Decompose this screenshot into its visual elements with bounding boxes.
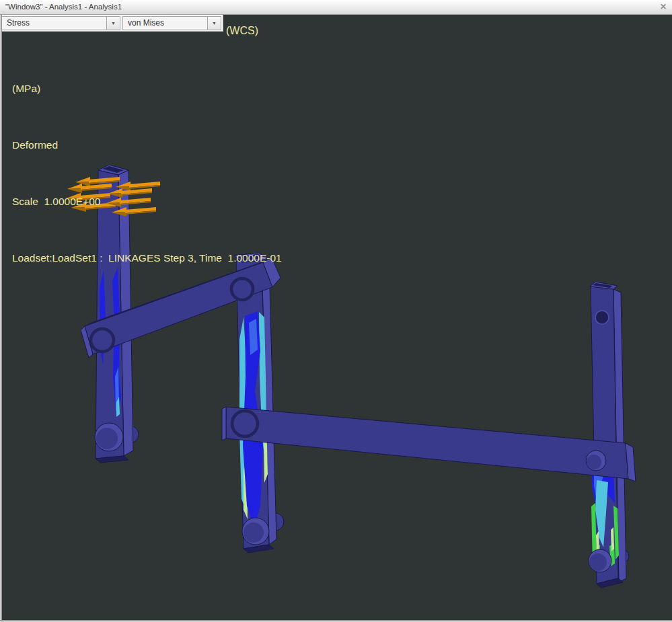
legend-scale: Scale 1.0000E+00 xyxy=(12,192,282,211)
bar4-pin-inner xyxy=(587,455,601,469)
component-dropdown[interactable]: von Mises ▼ xyxy=(122,16,221,30)
bar1-pin-inner xyxy=(96,428,118,449)
horizontal-link xyxy=(222,407,636,481)
bar4-end-cap-left xyxy=(222,407,226,440)
bar5-pin-inner xyxy=(589,553,607,571)
wcs-label: (WCS) xyxy=(226,25,258,37)
bar3-pin-inner xyxy=(244,522,264,543)
bar3-stress-midblue xyxy=(249,319,258,355)
result-type-dropdown[interactable]: Stress ▼ xyxy=(1,16,120,30)
result-legend: (MPa) Deformed Scale 1.0000E+00 Loadset:… xyxy=(12,42,282,305)
legend-mode: Deformed xyxy=(12,136,282,155)
bar4-front-face xyxy=(226,407,628,479)
result-toolbar: Stress ▼ von Mises ▼ xyxy=(0,15,223,32)
legend-units: (MPa) xyxy=(12,79,282,98)
legend-loadset: Loadset:LoadSet1 : LINKAGES Step 3, Time… xyxy=(12,249,282,268)
right-vertical-link xyxy=(589,282,626,588)
bar4-hole-left xyxy=(232,411,258,436)
result-type-value: Stress xyxy=(2,17,106,30)
bar2-hole-left xyxy=(91,329,114,352)
window-left-border xyxy=(0,15,2,620)
component-value: von Mises xyxy=(123,17,207,30)
chevron-down-icon[interactable]: ▼ xyxy=(106,17,120,30)
chevron-down-icon[interactable]: ▼ xyxy=(207,17,221,30)
analysis-result-window: "Window3" - Analysis1 - Analysis1 ✕ xyxy=(0,0,672,622)
bar5-pin-hole xyxy=(595,311,609,324)
